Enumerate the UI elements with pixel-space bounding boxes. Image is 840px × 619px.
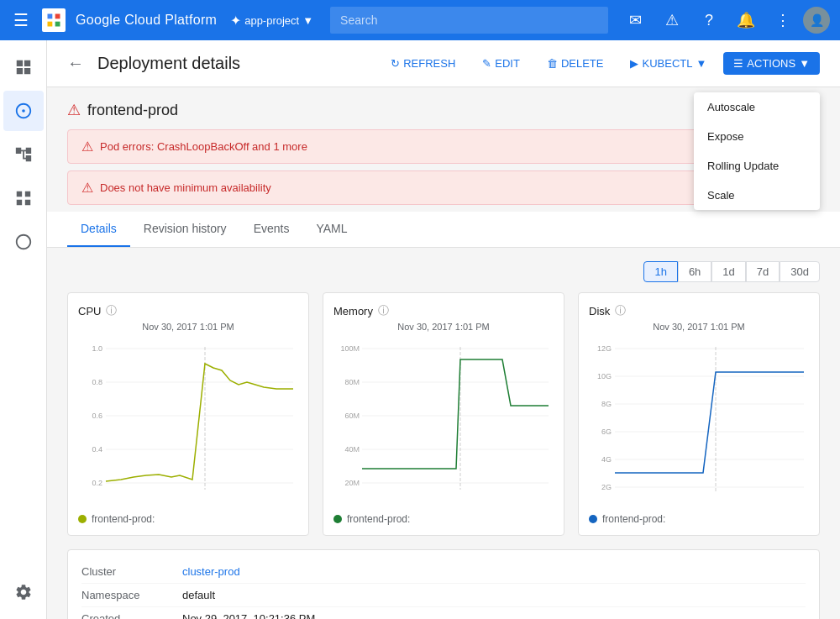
- cluster-value[interactable]: cluster-prod: [182, 565, 240, 578]
- notifications-icon[interactable]: 🔔: [729, 3, 763, 37]
- actions-button[interactable]: ☰ ACTIONS ▼: [723, 52, 820, 75]
- delete-button[interactable]: 🗑 DELETE: [537, 52, 614, 75]
- actions-container: ☰ ACTIONS ▼ Autoscale Expose Rolling Upd…: [723, 52, 820, 75]
- disk-chart-title: Disk: [589, 305, 610, 317]
- time-1d-button[interactable]: 1d: [711, 261, 745, 282]
- memory-chart-header: Memory ⓘ: [333, 303, 554, 318]
- cpu-legend-label: frontend-prod:: [92, 513, 155, 525]
- tab-details[interactable]: Details: [67, 212, 130, 247]
- svg-text:10G: 10G: [597, 372, 612, 380]
- svg-text:80M: 80M: [344, 378, 360, 386]
- memory-legend-label: frontend-prod:: [347, 513, 410, 525]
- tab-events[interactable]: Events: [240, 212, 303, 247]
- disk-chart-card: Disk ⓘ Nov 30, 2017 1:01 PM 12G 10G 8G 6…: [578, 292, 820, 536]
- svg-text:0.4: 0.4: [92, 445, 102, 454]
- memory-chart-svg: 100M 80M 60M 40M 20M: [333, 338, 554, 506]
- time-range-selector: 1h 6h 1d 7d 30d: [67, 261, 820, 282]
- main-layout: ← Deployment details ↻ REFRESH ✎ EDIT 🗑 …: [0, 40, 840, 619]
- back-button[interactable]: ←: [67, 54, 84, 73]
- svg-text:60M: 60M: [344, 412, 360, 420]
- svg-text:2G: 2G: [601, 483, 612, 491]
- project-name: app-project: [244, 14, 299, 27]
- sidebar-item-dashboard[interactable]: [3, 47, 44, 87]
- disk-chart-area: 12G 10G 8G 6G 4G 2G: [589, 338, 809, 506]
- help-icon[interactable]: ?: [692, 3, 726, 37]
- tabs-bar: Details Revision history Events YAML: [47, 212, 840, 248]
- tab-revision-history[interactable]: Revision history: [130, 212, 240, 247]
- project-dot-icon: ✦: [230, 13, 241, 29]
- charts-row: CPU ⓘ Nov 30, 2017 1:01 PM 1.0 0.8 0.6 0…: [67, 292, 820, 536]
- tab-yaml[interactable]: YAML: [302, 212, 360, 247]
- info-table: Cluster cluster-prod Namespace default C…: [67, 549, 820, 619]
- cpu-chart-header: CPU ⓘ: [78, 303, 298, 318]
- memory-chart-area: 100M 80M 60M 40M 20M: [333, 338, 554, 506]
- project-selector[interactable]: ✦ app-project ▼: [230, 13, 313, 29]
- memory-chart-card: Memory ⓘ Nov 30, 2017 1:01 PM 100M 80M 6…: [323, 292, 564, 536]
- svg-text:0.8: 0.8: [92, 378, 102, 386]
- refresh-button[interactable]: ↻ REFRESH: [381, 52, 465, 75]
- search-bar: [330, 7, 608, 34]
- time-30d-button[interactable]: 30d: [780, 261, 820, 282]
- search-input[interactable]: [330, 7, 608, 34]
- svg-rect-1: [55, 14, 60, 19]
- alert-icon[interactable]: ⚠: [655, 3, 689, 37]
- sidebar-item-settings[interactable]: [3, 572, 44, 612]
- autoscale-menu-item[interactable]: Autoscale: [694, 92, 820, 122]
- nav-icons: ✉ ⚠ ? 🔔 ⋮ 👤: [618, 3, 830, 37]
- scale-menu-item[interactable]: Scale: [694, 181, 820, 210]
- svg-rect-3: [55, 22, 60, 27]
- sidebar-item-circle[interactable]: [3, 222, 44, 262]
- warning-icon-2: ⚠: [81, 180, 93, 196]
- time-7d-button[interactable]: 7d: [746, 261, 780, 282]
- cpu-legend: frontend-prod:: [78, 513, 298, 525]
- kubectl-button[interactable]: ▶ KUBECTL ▼: [620, 52, 717, 75]
- refresh-icon: ↻: [391, 57, 400, 70]
- brand-name: Google Cloud Platform: [76, 13, 217, 28]
- svg-text:8G: 8G: [601, 400, 612, 408]
- error-text-2: Does not have minimum availability: [100, 181, 271, 194]
- menu-button[interactable]: ☰: [10, 7, 32, 34]
- cpu-chart-svg: 1.0 0.8 0.6 0.4 0.2: [78, 338, 298, 506]
- sidebar-bottom: [3, 572, 44, 612]
- memory-chart-timestamp: Nov 30, 2017 1:01 PM: [333, 322, 554, 332]
- svg-text:0.6: 0.6: [92, 412, 102, 420]
- disk-help-icon[interactable]: ⓘ: [615, 303, 626, 318]
- edit-icon: ✎: [482, 57, 491, 70]
- created-value: Nov 29, 2017, 10:21:36 PM: [182, 612, 315, 619]
- edit-button[interactable]: ✎ EDIT: [472, 52, 530, 75]
- page-header: ← Deployment details ↻ REFRESH ✎ EDIT 🗑 …: [47, 40, 840, 87]
- info-row-cluster: Cluster cluster-prod: [81, 560, 806, 584]
- actions-chevron-icon: ▼: [799, 57, 810, 70]
- page-title: Deployment details: [97, 54, 367, 73]
- svg-text:0.2: 0.2: [92, 479, 102, 487]
- cpu-help-icon[interactable]: ⓘ: [106, 303, 117, 318]
- time-1h-button[interactable]: 1h: [643, 261, 677, 282]
- sidebar-item-grid[interactable]: [3, 178, 44, 218]
- svg-rect-2: [48, 22, 53, 27]
- svg-rect-0: [48, 14, 53, 19]
- namespace-label: Namespace: [81, 589, 182, 601]
- cluster-label: Cluster: [81, 565, 182, 578]
- svg-text:40M: 40M: [344, 445, 360, 454]
- cpu-chart-title: CPU: [78, 305, 101, 317]
- sidebar-item-kubernetes[interactable]: [3, 91, 44, 131]
- kubectl-chevron-icon: ▼: [696, 57, 706, 70]
- error-circle-icon: ⚠: [67, 101, 81, 119]
- time-6h-button[interactable]: 6h: [678, 261, 711, 282]
- disk-chart-timestamp: Nov 30, 2017 1:01 PM: [589, 322, 809, 332]
- more-options-icon[interactable]: ⋮: [766, 3, 800, 37]
- header-actions: ↻ REFRESH ✎ EDIT 🗑 DELETE ▶ KUBECTL ▼: [381, 52, 820, 75]
- cpu-chart-area: 1.0 0.8 0.6 0.4 0.2: [78, 338, 298, 506]
- app-logo: [42, 8, 66, 32]
- svg-text:20M: 20M: [344, 479, 360, 487]
- sidebar-item-hierarchy[interactable]: [3, 134, 44, 175]
- rolling-update-menu-item[interactable]: Rolling Update: [694, 151, 820, 181]
- actions-dropdown: Autoscale Expose Rolling Update Scale: [694, 92, 820, 210]
- memory-help-icon[interactable]: ⓘ: [378, 303, 389, 318]
- expose-menu-item[interactable]: Expose: [694, 122, 820, 151]
- user-avatar[interactable]: 👤: [803, 7, 830, 34]
- main-content: ← Deployment details ↻ REFRESH ✎ EDIT 🗑 …: [47, 40, 840, 619]
- memory-chart-title: Memory: [333, 305, 373, 317]
- error-text-1: Pod errors: CrashLoopBackOff and 1 more: [100, 140, 307, 153]
- email-icon[interactable]: ✉: [618, 3, 652, 37]
